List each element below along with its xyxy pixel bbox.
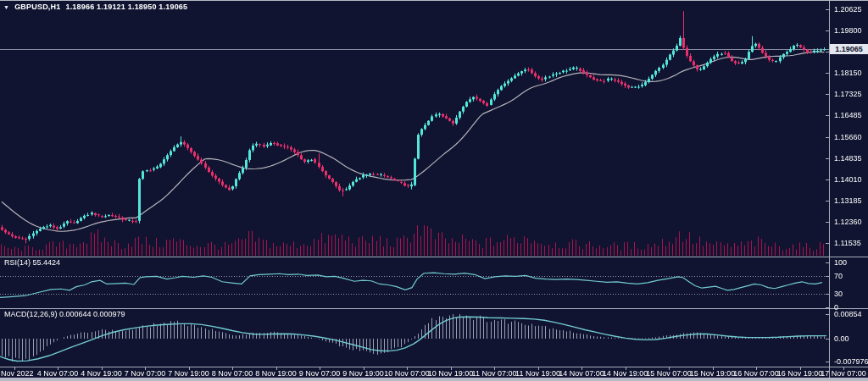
price-axis-label: 1.14835 <box>834 154 862 163</box>
time-axis-label: 11 Nov 07:00 <box>472 369 517 378</box>
quote-bar: ▼ GBPUSD,H1 1.18966 1.19121 1.18950 1.19… <box>3 3 187 11</box>
time-axis-label: 17 Nov 07:00 <box>821 369 866 378</box>
macd-axis-label: -0.007976 <box>834 357 868 366</box>
time-axis-label: 8 Nov 19:00 <box>255 369 297 378</box>
price-axis-label: 1.15660 <box>834 133 862 141</box>
rsi-axis-label: 30 <box>834 290 843 298</box>
price-chart-canvas[interactable] <box>0 0 868 381</box>
window-top-edge <box>0 0 868 1</box>
trading-terminal-chart-window: ▼ GBPUSD,H1 1.18966 1.19121 1.18950 1.19… <box>0 0 868 381</box>
time-axis-label: 7 Nov 07:00 <box>125 369 166 378</box>
price-axis-label: 1.19800 <box>834 26 862 35</box>
price-axis-label: 1.16485 <box>834 111 862 119</box>
price-axis-label: 1.17325 <box>834 90 862 98</box>
time-axis-label: 16 Nov 19:00 <box>777 369 823 378</box>
time-axis-label: 4 Nov 07:00 <box>37 369 79 378</box>
time-axis-label: 8 Nov 07:00 <box>212 369 253 378</box>
price-axis-label: 1.18150 <box>834 69 862 77</box>
time-axis-label: 11 Nov 19:00 <box>515 369 560 378</box>
time-axis-label: 4 Nov 19:00 <box>81 369 122 378</box>
rsi-axis-label: 100 <box>834 258 847 267</box>
time-axis-label: 9 Nov 07:00 <box>299 369 341 378</box>
rsi-indicator-label: RSI(14) 55.4424 <box>4 258 60 267</box>
time-axis-label: 10 Nov 19:00 <box>428 369 474 378</box>
price-axis-label: 1.12360 <box>834 218 862 226</box>
macd-indicator-label: MACD(12,26,9) 0.000644 0.000979 <box>4 310 125 318</box>
time-axis-label: 3 Nov 2022 <box>0 369 34 378</box>
window-bottom-edge <box>0 378 868 381</box>
time-axis-label: 16 Nov 07:00 <box>733 369 779 378</box>
time-axis-label: 7 Nov 19:00 <box>168 369 209 378</box>
price-axis-label: 1.20625 <box>834 5 862 14</box>
time-axis-label: 14 Nov 19:00 <box>603 369 648 378</box>
time-axis-label: 15 Nov 07:00 <box>646 369 692 378</box>
symbol-dropdown-icon[interactable]: ▼ <box>3 4 9 10</box>
time-axis-label: 9 Nov 19:00 <box>342 369 384 378</box>
time-axis-label: 14 Nov 07:00 <box>559 369 604 378</box>
rsi-axis-label: 70 <box>834 272 843 280</box>
price-axis-label: 1.14010 <box>834 175 862 184</box>
symbol-timeframe-label: GBPUSD,H1 <box>14 3 60 11</box>
quote-ohlc-values: 1.18966 1.19121 1.18950 1.19065 <box>65 3 187 11</box>
macd-axis-label: 0.00 <box>834 334 849 343</box>
current-price-tag: 1.19065 <box>830 44 868 54</box>
price-axis-label: 1.13185 <box>834 196 862 205</box>
time-axis-label: 15 Nov 19:00 <box>690 369 736 378</box>
price-axis-label: 1.11535 <box>834 239 861 247</box>
time-axis-label: 10 Nov 07:00 <box>384 369 430 378</box>
macd-axis-label: 0.00854 <box>834 310 862 318</box>
